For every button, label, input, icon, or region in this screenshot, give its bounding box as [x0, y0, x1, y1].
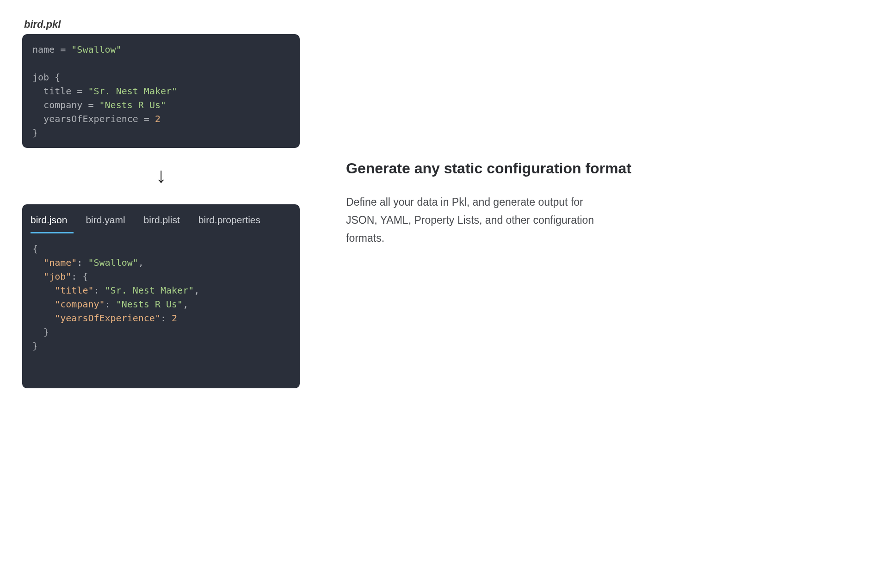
tab-bird-properties[interactable]: bird.properties	[198, 210, 267, 233]
output-tabs: bird.json bird.yaml bird.plist bird.prop…	[22, 204, 300, 233]
source-code-block: name = "Swallow" job { title = "Sr. Nest…	[22, 34, 300, 148]
tab-bird-plist[interactable]: bird.plist	[144, 210, 186, 233]
tab-bird-json[interactable]: bird.json	[31, 210, 74, 233]
output-code-content: { "name": "Swallow", "job": { "title": "…	[22, 233, 300, 363]
main-container: bird.pkl name = "Swallow" job { title = …	[22, 18, 855, 388]
feature-heading: Generate any static configuration format	[346, 157, 809, 180]
source-filename-label: bird.pkl	[22, 18, 61, 31]
tab-bird-yaml[interactable]: bird.yaml	[86, 210, 131, 233]
source-code: name = "Swallow" job { title = "Sr. Nest…	[32, 43, 290, 140]
feature-description: Define all your data in Pkl, and generat…	[346, 193, 605, 247]
output-code: { "name": "Swallow", "job": { "title": "…	[32, 242, 290, 353]
output-code-block: bird.json bird.yaml bird.plist bird.prop…	[22, 204, 300, 388]
feature-description-column: Generate any static configuration format…	[346, 18, 855, 388]
arrow-down-icon: ↓	[156, 165, 167, 186]
code-column: bird.pkl name = "Swallow" job { title = …	[22, 18, 300, 388]
